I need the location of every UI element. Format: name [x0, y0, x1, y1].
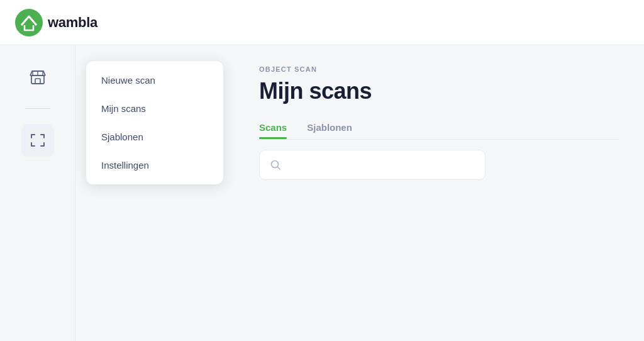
tabs-divider	[259, 139, 619, 140]
menu-item-nieuwe-scan[interactable]: Nieuwe scan	[86, 66, 223, 94]
svg-line-8	[278, 167, 280, 170]
search-bar[interactable]	[259, 150, 486, 180]
sidebar-item-scan[interactable]	[21, 124, 54, 157]
tabs-row: Scans Sjablonen	[259, 122, 619, 139]
logo-icon	[15, 9, 43, 36]
store-icon	[29, 68, 47, 86]
svg-point-0	[15, 9, 43, 36]
logo: wambla	[15, 9, 97, 36]
menu-item-sjablonen[interactable]: Sjablonen	[86, 123, 223, 151]
content-area: OBJECT SCAN Mijn scans Scans Sjablonen	[234, 45, 644, 341]
logo-text: wambla	[48, 14, 97, 31]
svg-rect-3	[35, 79, 40, 84]
search-icon	[270, 159, 281, 170]
page-title: Mijn scans	[259, 78, 619, 104]
sidebar	[0, 45, 75, 341]
svg-rect-1	[31, 75, 44, 84]
sidebar-item-store[interactable]	[21, 60, 54, 93]
svg-point-7	[272, 161, 279, 168]
tab-sjablonen[interactable]: Sjablonen	[307, 122, 352, 139]
header: wambla	[0, 0, 644, 45]
menu-item-instellingen[interactable]: Instellingen	[86, 151, 223, 179]
menu-item-mijn-scans[interactable]: Mijn scans	[86, 94, 223, 123]
page-label: OBJECT SCAN	[259, 65, 619, 73]
tab-scans[interactable]: Scans	[259, 122, 287, 139]
scan-frame-icon	[29, 131, 47, 149]
main-layout: Nieuwe scan Mijn scans Sjablonen Instell…	[0, 45, 644, 341]
sidebar-divider	[25, 108, 50, 109]
dropdown-area: Nieuwe scan Mijn scans Sjablonen Instell…	[75, 45, 234, 341]
dropdown-menu: Nieuwe scan Mijn scans Sjablonen Instell…	[86, 60, 224, 185]
content-wrapper: Nieuwe scan Mijn scans Sjablonen Instell…	[75, 45, 644, 341]
